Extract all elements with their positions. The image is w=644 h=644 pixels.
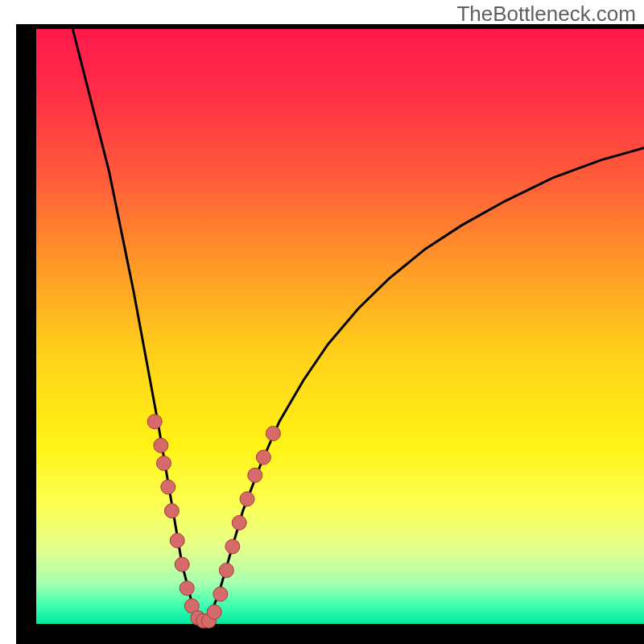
- data-marker: [207, 605, 221, 619]
- data-marker: [225, 539, 240, 554]
- plot-area: [36, 29, 644, 624]
- data-marker: [180, 581, 194, 596]
- data-marker: [256, 450, 270, 464]
- data-marker: [240, 492, 254, 506]
- data-marker: [175, 557, 189, 572]
- watermark-text: TheBottleneck.com: [456, 2, 636, 27]
- data-marker: [161, 480, 175, 494]
- data-marker: [266, 427, 280, 441]
- data-marker: [219, 564, 233, 578]
- data-marker: [147, 415, 162, 429]
- data-marker: [154, 438, 168, 452]
- data-marker: [213, 587, 228, 601]
- data-marker: [164, 504, 179, 518]
- data-marker: [157, 456, 171, 471]
- chart-container: TheBottleneck.com: [0, 0, 644, 644]
- chart-svg: [0, 0, 644, 644]
- data-marker: [170, 534, 184, 548]
- data-marker: [232, 515, 246, 530]
- data-marker: [248, 468, 262, 482]
